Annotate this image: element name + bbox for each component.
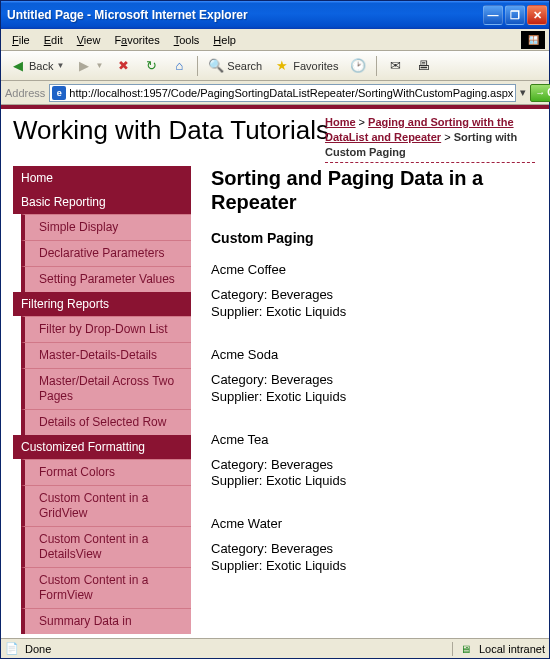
history-button[interactable]: 🕑 [345,55,371,77]
menu-edit[interactable]: Edit [37,32,70,48]
search-label: Search [227,60,262,72]
close-button[interactable]: ✕ [527,5,547,25]
address-bar: Address e http://localhost:1957/Code/Pag… [1,81,549,105]
menu-view[interactable]: View [70,32,108,48]
zone-icon: 🖥 [459,642,473,656]
sidebar-item[interactable]: Filter by Drop-Down List [21,316,191,342]
sidebar-item[interactable]: Format Colors [21,459,191,485]
separator [376,56,377,76]
browser-window: Untitled Page - Microsoft Internet Explo… [0,0,550,659]
go-icon: → [535,87,545,98]
sidebar: Home Basic Reporting Simple Display Decl… [13,166,191,634]
address-label: Address [5,87,45,99]
sidebar-section-basic[interactable]: Basic Reporting [13,190,191,214]
minimize-button[interactable]: — [483,5,503,25]
dropdown-icon: ▼ [56,61,64,70]
product-name: Acme Tea [211,432,531,447]
main-content: Sorting and Paging Data in a Repeater Cu… [211,166,537,634]
address-url: http://localhost:1957/Code/PagingSorting… [69,87,513,99]
product-name: Acme Water [211,516,531,531]
back-button[interactable]: ◀ Back ▼ [5,55,69,77]
ie-logo-icon: 🪟 [521,31,545,49]
breadcrumb: Home > Paging and Sorting with the DataL… [325,115,535,163]
address-dropdown-icon[interactable]: ▾ [520,86,526,99]
back-label: Back [29,60,53,72]
sidebar-item[interactable]: Details of Selected Row [21,409,191,435]
product-category: Category: Beverages [211,287,531,304]
product-item: Acme CoffeeCategory: BeveragesSupplier: … [211,262,531,321]
product-name: Acme Coffee [211,262,531,277]
favorites-label: Favorites [293,60,338,72]
window-controls: — ❐ ✕ [483,5,547,25]
stop-icon: ✖ [115,58,131,74]
stop-button[interactable]: ✖ [110,55,136,77]
address-input[interactable]: e http://localhost:1957/Code/PagingSorti… [49,84,516,102]
product-item: Acme TeaCategory: BeveragesSupplier: Exo… [211,432,531,491]
titlebar: Untitled Page - Microsoft Internet Explo… [1,1,549,29]
status-text: Done [25,643,51,655]
sidebar-item[interactable]: Declarative Parameters [21,240,191,266]
zone-text: Local intranet [479,643,545,655]
maximize-button[interactable]: ❐ [505,5,525,25]
sidebar-item[interactable]: Custom Content in a DetailsView [21,526,191,567]
back-icon: ◀ [10,58,26,74]
sidebar-item[interactable]: Summary Data in [21,608,191,634]
menu-favorites[interactable]: Favorites [107,32,166,48]
content-heading: Sorting and Paging Data in a Repeater [211,166,531,214]
dropdown-icon: ▼ [95,61,103,70]
menu-help[interactable]: Help [206,32,243,48]
search-button[interactable]: 🔍 Search [203,55,267,77]
sidebar-item[interactable]: Custom Content in a FormView [21,567,191,608]
refresh-icon: ↻ [143,58,159,74]
search-icon: 🔍 [208,58,224,74]
content-subheading: Custom Paging [211,230,531,246]
product-item: Acme SodaCategory: BeveragesSupplier: Ex… [211,347,531,406]
menubar: File Edit View Favorites Tools Help 🪟 [1,29,549,51]
star-icon: ★ [274,58,290,74]
separator [197,56,198,76]
forward-icon: ▶ [76,58,92,74]
ie-page-icon: e [52,86,66,100]
product-supplier: Supplier: Exotic Liquids [211,473,531,490]
menu-file[interactable]: File [5,32,37,48]
statusbar: 📄 Done 🖥 Local intranet [1,638,549,658]
product-category: Category: Beverages [211,372,531,389]
window-title: Untitled Page - Microsoft Internet Explo… [7,8,483,22]
toolbar: ◀ Back ▼ ▶ ▼ ✖ ↻ ⌂ 🔍 Search ★ Favorites … [1,51,549,81]
history-icon: 🕑 [350,58,366,74]
sidebar-section-custom[interactable]: Customized Formatting [13,435,191,459]
product-category: Category: Beverages [211,541,531,558]
print-icon: 🖶 [415,58,431,74]
sidebar-item[interactable]: Master/Detail Across Two Pages [21,368,191,409]
product-category: Category: Beverages [211,457,531,474]
home-icon: ⌂ [171,58,187,74]
go-button[interactable]: → Go [530,84,550,102]
print-button[interactable]: 🖶 [410,55,436,77]
product-item: Acme WaterCategory: BeveragesSupplier: E… [211,516,531,575]
product-supplier: Supplier: Exotic Liquids [211,304,531,321]
done-icon: 📄 [5,642,19,656]
breadcrumb-home[interactable]: Home [325,116,356,128]
sidebar-item[interactable]: Custom Content in a GridView [21,485,191,526]
menu-tools[interactable]: Tools [167,32,207,48]
page-content: Working with Data Tutorials Home > Pagin… [1,105,549,638]
refresh-button[interactable]: ↻ [138,55,164,77]
mail-button[interactable]: ✉ [382,55,408,77]
sidebar-item[interactable]: Master-Details-Details [21,342,191,368]
product-supplier: Supplier: Exotic Liquids [211,558,531,575]
sidebar-section-filtering[interactable]: Filtering Reports [13,292,191,316]
product-supplier: Supplier: Exotic Liquids [211,389,531,406]
forward-button[interactable]: ▶ ▼ [71,55,108,77]
sidebar-item[interactable]: Simple Display [21,214,191,240]
product-name: Acme Soda [211,347,531,362]
home-button[interactable]: ⌂ [166,55,192,77]
sidebar-item[interactable]: Setting Parameter Values [21,266,191,292]
sidebar-item-home[interactable]: Home [13,166,191,190]
favorites-button[interactable]: ★ Favorites [269,55,343,77]
mail-icon: ✉ [387,58,403,74]
